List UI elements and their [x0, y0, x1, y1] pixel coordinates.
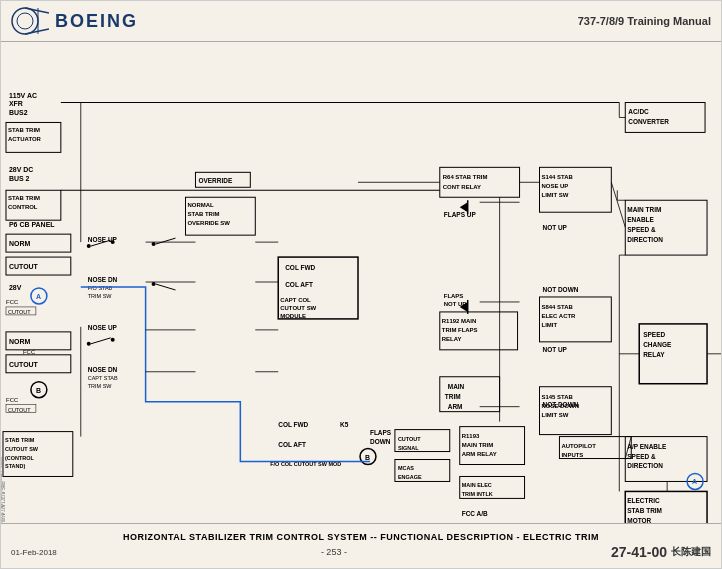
svg-text:FLAPS: FLAPS: [444, 293, 464, 299]
footer-watermark: 27-41-00: [611, 544, 667, 560]
svg-text:CUTOUT SW: CUTOUT SW: [280, 305, 316, 311]
svg-text:ELEC ACTR: ELEC ACTR: [541, 313, 576, 319]
svg-text:S844 STAB: S844 STAB: [541, 304, 573, 310]
svg-text:FCC: FCC: [23, 349, 36, 355]
svg-text:DIRECTION: DIRECTION: [627, 236, 663, 243]
svg-text:NOSE DN: NOSE DN: [88, 276, 118, 283]
svg-text:NORMAL: NORMAL: [187, 202, 214, 208]
svg-point-0: [12, 8, 38, 34]
footer: HORIZONTAL STABILIZER TRIM CONTROL SYSTE…: [1, 523, 721, 568]
footer-date: 01-Feb-2018: [11, 548, 57, 557]
svg-text:(CONTROL: (CONTROL: [5, 455, 35, 461]
boeing-brand-text: BOEING: [55, 11, 138, 32]
svg-text:R1193: R1193: [462, 433, 480, 439]
svg-text:B: B: [365, 454, 370, 461]
boeing-logo-icon: [11, 5, 49, 37]
svg-text:DIRECTION: DIRECTION: [627, 462, 663, 469]
svg-text:LIMIT SW: LIMIT SW: [541, 412, 568, 418]
svg-text:XFR: XFR: [9, 101, 23, 108]
svg-text:NOSE UP: NOSE UP: [88, 324, 118, 331]
svg-text:TRIM SW: TRIM SW: [88, 293, 113, 299]
svg-text:CUTOUT: CUTOUT: [398, 436, 421, 442]
svg-text:MCAS: MCAS: [398, 465, 414, 471]
svg-text:CUTOUT: CUTOUT: [9, 361, 39, 368]
svg-text:COL FWD: COL FWD: [278, 421, 308, 428]
svg-point-163: [111, 240, 115, 244]
svg-text:TRIM INTLK: TRIM INTLK: [462, 491, 493, 497]
svg-text:CUTOUT: CUTOUT: [9, 263, 39, 270]
svg-text:TRIM FLAPS: TRIM FLAPS: [442, 327, 478, 333]
svg-text:CAPT STAB: CAPT STAB: [88, 375, 118, 381]
svg-text:CUTOUT: CUTOUT: [8, 309, 31, 315]
svg-text:ENABLE: ENABLE: [627, 216, 654, 223]
page-container: BOEING 737-7/8/9 Training Manual 115V AC…: [0, 0, 722, 569]
svg-text:S145 STAB: S145 STAB: [541, 394, 573, 400]
svg-point-162: [87, 244, 91, 248]
svg-text:SPEED &: SPEED &: [627, 453, 656, 460]
svg-text:ENGAGE: ENGAGE: [398, 474, 422, 480]
svg-text:BUS 2: BUS 2: [9, 175, 30, 182]
svg-text:SIGNAL: SIGNAL: [398, 445, 419, 451]
svg-text:INPUTS: INPUTS: [561, 452, 583, 458]
svg-text:NOT UP: NOT UP: [542, 224, 567, 231]
svg-text:STAB TRIM: STAB TRIM: [627, 507, 662, 514]
svg-text:LIMIT SW: LIMIT SW: [541, 192, 568, 198]
svg-text:NORM: NORM: [9, 338, 30, 345]
svg-point-165: [87, 342, 91, 346]
svg-text:NOSE DOWN: NOSE DOWN: [541, 403, 578, 409]
svg-text:CONVERTER: CONVERTER: [628, 118, 669, 125]
svg-text:STAB TRIM: STAB TRIM: [187, 211, 219, 217]
manual-title: 737-7/8/9 Training Manual: [578, 15, 711, 27]
svg-text:OVERRIDE SW: OVERRIDE SW: [187, 220, 230, 226]
svg-text:FCC: FCC: [6, 397, 19, 403]
svg-text:CONTROL: CONTROL: [8, 204, 38, 210]
svg-text:SPEED &: SPEED &: [627, 226, 656, 233]
svg-text:P6 CB PANEL: P6 CB PANEL: [9, 221, 55, 228]
svg-text:TRIM: TRIM: [445, 393, 461, 400]
svg-text:COL FWD: COL FWD: [285, 264, 315, 271]
svg-text:CUTOUT SW: CUTOUT SW: [5, 446, 39, 452]
schematic-diagram: 115V AC XFR BUS2 STAB TRIM ACTUATOR 28V …: [1, 42, 721, 532]
svg-text:MAIN: MAIN: [448, 383, 465, 390]
svg-text:ELECTRIC: ELECTRIC: [627, 497, 660, 504]
svg-text:NORM: NORM: [9, 240, 30, 247]
svg-text:RELAY: RELAY: [643, 351, 665, 358]
boeing-logo: BOEING: [11, 5, 138, 37]
svg-text:R64 STAB TRIM: R64 STAB TRIM: [443, 174, 488, 180]
svg-text:CAPT COL: CAPT COL: [280, 297, 311, 303]
svg-point-168: [152, 242, 156, 246]
svg-text:NOSE DN: NOSE DN: [88, 366, 118, 373]
svg-point-166: [111, 338, 115, 342]
footer-ref: 长陈建国: [671, 545, 711, 559]
footer-title: HORIZONTAL STABILIZER TRIM CONTROL SYSTE…: [123, 532, 599, 542]
svg-text:F/O COL CUTOUT SW MOD: F/O COL CUTOUT SW MOD: [270, 462, 341, 468]
svg-text:SPEED: SPEED: [643, 331, 665, 338]
svg-line-2: [25, 8, 49, 13]
svg-text:A: A: [36, 293, 41, 300]
svg-text:MODULE: MODULE: [280, 313, 306, 319]
svg-text:CHANGE: CHANGE: [643, 341, 672, 348]
footer-page-number: - 253 -: [321, 547, 347, 557]
svg-text:STAB TRIM: STAB TRIM: [8, 195, 40, 201]
svg-text:ARM: ARM: [448, 403, 463, 410]
svg-text:DOWN: DOWN: [370, 438, 391, 445]
svg-text:STAB TRIM: STAB TRIM: [8, 127, 40, 133]
svg-text:FLAPS UP: FLAPS UP: [444, 211, 477, 218]
svg-text:FCC: FCC: [6, 299, 19, 305]
svg-text:ACTUATOR: ACTUATOR: [8, 136, 42, 142]
footer-bottom: 01-Feb-2018 - 253 - 27-41-00 长陈建国: [1, 544, 721, 560]
svg-line-3: [25, 29, 49, 34]
svg-text:MAIN ELEC: MAIN ELEC: [462, 482, 492, 488]
svg-text:A/P ENABLE: A/P ENABLE: [627, 443, 667, 450]
svg-text:OVERRIDE: OVERRIDE: [198, 177, 232, 184]
svg-text:A: A: [692, 478, 697, 485]
svg-text:NOT UP: NOT UP: [542, 346, 567, 353]
svg-text:S144 STAB: S144 STAB: [541, 174, 573, 180]
svg-text:ARM RELAY: ARM RELAY: [462, 451, 497, 457]
svg-point-170: [152, 282, 156, 286]
svg-text:F/O STAB: F/O STAB: [88, 285, 113, 291]
svg-text:MAIN TRIM: MAIN TRIM: [627, 206, 661, 213]
diagram-area: 115V AC XFR BUS2 STAB TRIM ACTUATOR 28V …: [1, 42, 721, 532]
svg-text:CONT RELAY: CONT RELAY: [443, 184, 481, 190]
svg-text:CUTOUT: CUTOUT: [8, 407, 31, 413]
